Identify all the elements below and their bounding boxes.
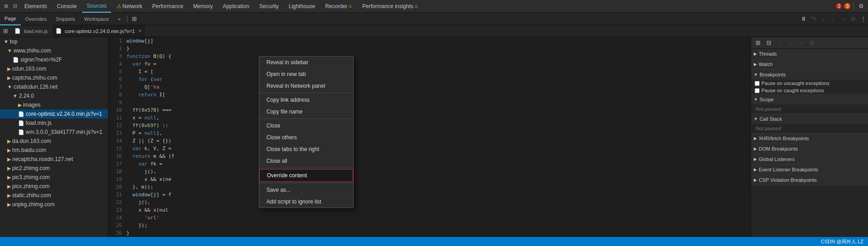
scope-not-paused: Not paused <box>751 104 868 114</box>
dom-section: ▶ DOM Breakpoints <box>751 144 868 154</box>
settings-button[interactable]: ⚙ <box>856 1 866 11</box>
ctx-copy-filename[interactable]: Copy file name <box>259 106 353 118</box>
code-editor[interactable]: 12345 678910 1112131415 1617181920 21222… <box>108 37 751 237</box>
tree-item-top[interactable]: ▼ top <box>0 37 108 46</box>
tree-item-static[interactable]: ▶ static.zhihu.com <box>0 191 108 200</box>
tab-elements[interactable]: Elements <box>20 0 51 13</box>
ctx-copy-link[interactable]: Copy link address <box>259 94 353 106</box>
line-numbers: 12345 678910 1112131415 1617181920 21222… <box>108 37 125 237</box>
step-into-button[interactable]: ↓ <box>818 14 828 24</box>
pause-uncaught-checkbox[interactable] <box>755 81 760 86</box>
panel-layout-btn2[interactable]: ⊟ <box>764 38 774 48</box>
error-count-badge: 2 <box>836 3 842 9</box>
ctx-reveal-network[interactable]: Reveal in Network panel <box>259 80 353 92</box>
xhr-header[interactable]: ▶ XHR/fetch Breakpoints <box>751 133 868 143</box>
csp-header[interactable]: ▶ CSP Violation Breakpoints <box>751 175 868 185</box>
close-file-tab[interactable]: ✕ <box>138 28 142 33</box>
ctx-save-as[interactable]: Save as... <box>259 184 353 196</box>
tree-item-core[interactable]: 📄 core-optimiz.v2.24.0.min.js?v=1 <box>0 109 108 118</box>
tab-memory[interactable]: Memory <box>189 0 217 13</box>
panel-btn6[interactable]: ⊘ <box>807 38 817 48</box>
sub-tab-snippets[interactable]: Snippets <box>51 13 79 25</box>
scope-header[interactable]: ▼ Scope <box>751 95 868 104</box>
dom-header[interactable]: ▶ DOM Breakpoints <box>751 144 868 154</box>
tab-recorder[interactable]: Recorder ⚠ <box>321 0 357 13</box>
ctx-close-right[interactable]: Close tabs to the right <box>259 143 353 155</box>
right-panel: ⊞ ⊟ ↑ ↓ → ⊘ ▶ Threads ▶ Watch ▼ Breakpoi… <box>751 37 868 237</box>
tree-item-unpkg[interactable]: ▶ unpkg.zhimg.com <box>0 200 108 209</box>
panel-left-toggle[interactable]: ⊞ <box>129 14 139 24</box>
sub-tab-overrides[interactable]: Overrides <box>21 13 51 25</box>
ctx-open-new-tab[interactable]: Open in new tab <box>259 68 353 80</box>
tree-item-pic2[interactable]: ▶ pic2.zhimg.com <box>0 164 108 173</box>
panel-btn5[interactable]: → <box>796 38 806 48</box>
sub-tab-workspace[interactable]: Workspace <box>79 13 113 25</box>
panel-layout-btn1[interactable]: ⊞ <box>753 38 763 48</box>
ctx-close[interactable]: Close <box>259 120 353 132</box>
devtools-icon-left[interactable]: ⊞ <box>2 2 10 10</box>
tab-console[interactable]: Console <box>52 0 81 13</box>
tree-item-load[interactable]: 📄 load.min.js <box>0 118 108 128</box>
tab-application[interactable]: Application <box>218 0 254 13</box>
user-label: CSDN @局外人.LZ <box>821 238 863 245</box>
divider <box>853 3 854 10</box>
tree-item-picx[interactable]: ▶ picx.zhimg.com <box>0 182 108 191</box>
file-tab-load[interactable]: 📄 load.min.js <box>11 25 52 37</box>
call-stack-section: ▼ Call Stack Not paused <box>751 114 868 133</box>
panel-btn4[interactable]: ↓ <box>785 38 795 48</box>
tab-performance-insights[interactable]: Performance insights ⚠ <box>358 0 423 13</box>
ctx-reveal-sidebar[interactable]: Reveal in sidebar <box>259 57 353 68</box>
step-button[interactable]: → <box>838 14 848 24</box>
tree-item-signin[interactable]: 📄 signin?next=%2F <box>0 55 108 64</box>
tab-network[interactable]: ⚠ Network <box>112 0 147 13</box>
event-listeners-header[interactable]: ▶ Event Listener Breakpoints <box>751 165 868 175</box>
tree-item-pic3[interactable]: ▶ pic3.zhimg.com <box>0 173 108 182</box>
watch-header[interactable]: ▶ Watch <box>751 59 868 69</box>
threads-header[interactable]: ▶ Threads <box>751 49 868 59</box>
tree-item-cstatic[interactable]: ▼ cstaticdun.126.net <box>0 82 108 91</box>
devtools-icon-right[interactable]: ⊟ <box>11 2 19 10</box>
breakpoints-section: ▼ Breakpoints Pause on uncaught exceptio… <box>751 70 868 95</box>
tree-item-da[interactable]: ▶ da.dun.163.com <box>0 137 108 146</box>
tree-item-nec[interactable]: ▶ necaptcha.nosdn.127.net <box>0 155 108 164</box>
sub-tab-page[interactable]: Page <box>0 13 21 25</box>
ctx-close-others[interactable]: Close others <box>259 132 353 143</box>
file-tabs-bar: ⊞ 📄 load.min.js 📄 core-optimiz.v2.24.0.m… <box>0 25 868 37</box>
tree-item-cdun[interactable]: ▶ cdun.163.com <box>0 64 108 73</box>
tab-performance[interactable]: Performance <box>148 0 188 13</box>
pause-caught-checkbox[interactable] <box>755 88 760 93</box>
deactivate-breakpoints[interactable]: ⊘ <box>848 14 858 24</box>
ctx-ignore-list[interactable]: Add script to ignore list <box>259 196 353 208</box>
tree-item-2240[interactable]: ▼ 2.24.0 <box>0 91 108 100</box>
csp-section: ▶ CSP Violation Breakpoints <box>751 175 868 185</box>
sidebar: ▼ top ▼ www.zhihu.com 📄 signin?next=%2F … <box>0 37 108 237</box>
more-tabs-button[interactable]: » <box>113 13 125 25</box>
tab-sources[interactable]: Sources <box>82 0 111 13</box>
tab-security[interactable]: Security <box>255 0 283 13</box>
show-navigator[interactable]: ⊞ <box>0 26 11 36</box>
scope-section: ▼ Scope Not paused <box>751 95 868 114</box>
tab-lighthouse[interactable]: Lighthouse <box>284 0 320 13</box>
file-tab-core[interactable]: 📄 core-optimiz.v2.24.0.min.js?v=1 ✕ <box>52 25 146 37</box>
tree-item-zhihu[interactable]: ▼ www.zhihu.com <box>0 46 108 55</box>
call-stack-header[interactable]: ▼ Call Stack <box>751 114 868 124</box>
breakpoints-header[interactable]: ▼ Breakpoints <box>751 70 868 80</box>
step-out-button[interactable]: ↑ <box>828 14 838 24</box>
sep1 <box>127 15 127 23</box>
global-listeners-header[interactable]: ▶ Global Listeners <box>751 154 868 164</box>
tree-item-images[interactable]: ▶ images <box>0 100 108 109</box>
panel-btn3[interactable]: ↑ <box>775 38 784 48</box>
ctx-close-all[interactable]: Close all <box>259 155 353 167</box>
right-panel-toolbar: ⊞ ⊟ ↑ ↓ → ⊘ <box>751 37 868 49</box>
more-options[interactable]: ⋮ <box>858 14 868 24</box>
tree-item-captcha[interactable]: ▶ captcha.zhihu.com <box>0 73 108 82</box>
pause-button[interactable]: ⏸ <box>798 14 808 24</box>
xhr-section: ▶ XHR/fetch Breakpoints <box>751 133 868 144</box>
ctx-override-content[interactable]: Override content <box>259 169 353 182</box>
tree-item-wm[interactable]: 📄 wm.3.0.0_33d41777.min.js?v=1 <box>0 128 108 137</box>
step-over-button[interactable]: ↷ <box>808 14 818 24</box>
top-bar: ⊞ ⊟ Elements Console Sources ⚠ Network P… <box>0 0 868 13</box>
main-content: ▼ top ▼ www.zhihu.com 📄 signin?next=%2F … <box>0 37 868 237</box>
watch-section: ▶ Watch <box>751 59 868 70</box>
tree-item-hm[interactable]: ▶ hm.baidu.com <box>0 146 108 155</box>
